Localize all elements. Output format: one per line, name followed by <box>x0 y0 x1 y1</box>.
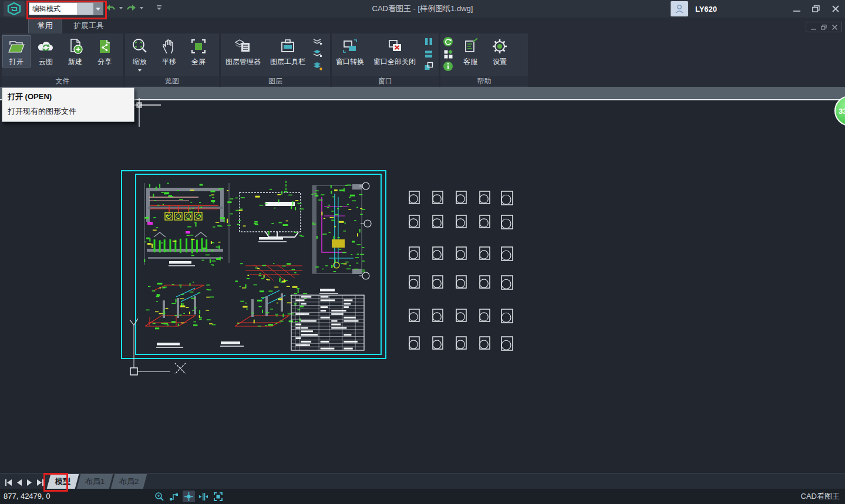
fullscreen-icon <box>189 38 208 55</box>
layer-manager-button[interactable]: 图层管理器 <box>221 35 265 67</box>
sheet-tab-model[interactable]: 模型 <box>47 474 79 489</box>
zoom-dropdown-chevron[interactable] <box>138 69 142 72</box>
window-title: CAD看图王 - [样例图纸1.dwg] <box>0 0 845 18</box>
group-label-view: 览图 <box>125 76 219 86</box>
status-bar: 877, 42479, 0 <box>0 489 845 504</box>
last-sheet-button[interactable] <box>36 479 44 486</box>
ribbon-tab-common[interactable]: 常用 <box>28 18 62 33</box>
ribbon-group-help: 客服 设置 帮助 <box>440 33 528 87</box>
group-label-layer: 图层 <box>221 76 330 86</box>
group-label-file: 文件 <box>2 76 123 86</box>
ribbon: 常用 扩展工具 打开 <box>0 18 845 87</box>
support-doc-icon <box>461 38 480 55</box>
settings-button[interactable]: 设置 <box>486 35 514 67</box>
doc-restore-button[interactable] <box>820 23 828 31</box>
layer-off-icon[interactable] <box>312 49 323 59</box>
minimize-icon <box>793 5 800 12</box>
tile-horizontal-icon[interactable] <box>423 49 434 59</box>
app-recommend-icon[interactable] <box>443 49 453 59</box>
open-folder-icon <box>7 38 26 55</box>
status-crosshair-button[interactable] <box>183 491 195 502</box>
sheet-tab-layout2[interactable]: 布局2 <box>111 474 147 489</box>
doc-minimize-icon <box>811 25 816 30</box>
new-file-icon <box>66 38 85 55</box>
check-update-icon[interactable] <box>443 36 453 47</box>
status-fit-width-icon <box>198 492 208 502</box>
previous-sheet-button[interactable] <box>16 479 22 486</box>
document-window-controls <box>806 22 842 32</box>
zoom-magnifier-icon <box>130 38 149 55</box>
group-label-window: 窗口 <box>332 76 439 86</box>
new-file-button[interactable]: 新建 <box>61 35 89 67</box>
tooltip-description: 打开现有的图形文件 <box>8 106 129 117</box>
coordinates-readout: 877, 42479, 0 <box>4 489 51 504</box>
ribbon-group-file: 打开 云图 新建 <box>2 33 123 87</box>
drawing-canvas[interactable] <box>0 100 845 473</box>
cloud-drawing-button[interactable]: 云图 <box>32 35 60 67</box>
minimize-button[interactable] <box>787 0 806 17</box>
layer-toolbar-icon <box>278 38 297 55</box>
close-button[interactable] <box>826 0 845 17</box>
status-node-link-icon <box>169 492 179 502</box>
doc-close-icon <box>832 25 837 30</box>
window-switch-button[interactable]: 窗口转换 <box>332 35 368 67</box>
status-fit-extent-button[interactable] <box>212 491 224 502</box>
status-fit-width-button[interactable] <box>197 491 210 502</box>
open-tooltip: 打开 (OPEN) 打开现有的图形文件 <box>2 87 134 122</box>
pan-hand-icon <box>160 38 179 55</box>
group-label-help: 帮助 <box>440 76 528 86</box>
doc-minimize-button[interactable] <box>809 23 817 31</box>
settings-gear-icon <box>490 38 509 55</box>
fullscreen-button[interactable]: 全屏 <box>184 35 213 67</box>
layer-manager-icon <box>234 38 253 55</box>
status-zoom-icon <box>154 492 164 502</box>
cascade-windows-icon[interactable] <box>423 61 434 72</box>
restore-icon <box>812 5 820 12</box>
cloud-sync-icon <box>36 38 55 55</box>
tooltip-title: 打开 (OPEN) <box>8 92 129 102</box>
window-switch-icon <box>341 38 359 55</box>
status-zoom-button[interactable] <box>153 491 166 502</box>
zoom-button[interactable]: 缩放 <box>126 35 154 72</box>
pan-button[interactable]: 平移 <box>155 35 183 67</box>
status-crosshair-icon <box>184 492 194 502</box>
layer-current-icon[interactable] <box>312 61 323 72</box>
share-file-icon <box>95 38 114 55</box>
restore-button[interactable] <box>806 0 826 17</box>
customer-service-button[interactable]: 客服 <box>456 35 484 67</box>
next-sheet-button[interactable] <box>26 479 32 486</box>
doc-restore-icon <box>821 25 827 30</box>
sheet-tab-layout1[interactable]: 布局1 <box>77 474 113 489</box>
share-button[interactable]: 分享 <box>90 35 119 67</box>
open-button[interactable]: 打开 <box>2 35 31 67</box>
close-icon <box>832 5 839 12</box>
about-info-icon[interactable] <box>443 61 453 72</box>
title-bar: 编辑模式 CAD看图王 - [样例图纸1.dwg] LY620 <box>0 0 845 18</box>
doc-close-button[interactable] <box>830 23 839 31</box>
user-avatar[interactable] <box>671 1 688 16</box>
status-app-name: CAD看图王 <box>801 489 840 504</box>
ribbon-group-view: 缩放 平移 全屏 览图 <box>125 33 219 87</box>
layer-toolbar-button[interactable]: 图层工具栏 <box>266 35 309 67</box>
promo-badge-label: 33 <box>839 107 845 116</box>
person-icon <box>674 4 685 14</box>
tile-vertical-icon[interactable] <box>423 36 434 47</box>
window-close-all-icon <box>385 38 404 55</box>
ribbon-group-window: 窗口转换 窗口全部关闭 <box>332 33 439 87</box>
status-fit-extent-icon <box>213 492 223 502</box>
layer-on-icon[interactable] <box>312 36 323 47</box>
close-all-windows-button[interactable]: 窗口全部关闭 <box>369 35 420 67</box>
sheet-tab-bar: 模型 布局1 布局2 <box>0 473 845 489</box>
ribbon-tab-extended-tools[interactable]: 扩展工具 <box>65 18 113 33</box>
first-sheet-button[interactable] <box>5 479 12 486</box>
ribbon-group-layer: 图层管理器 图层工具栏 <box>221 33 330 87</box>
username[interactable]: LY620 <box>695 5 717 13</box>
status-node-link-button[interactable] <box>168 491 180 502</box>
